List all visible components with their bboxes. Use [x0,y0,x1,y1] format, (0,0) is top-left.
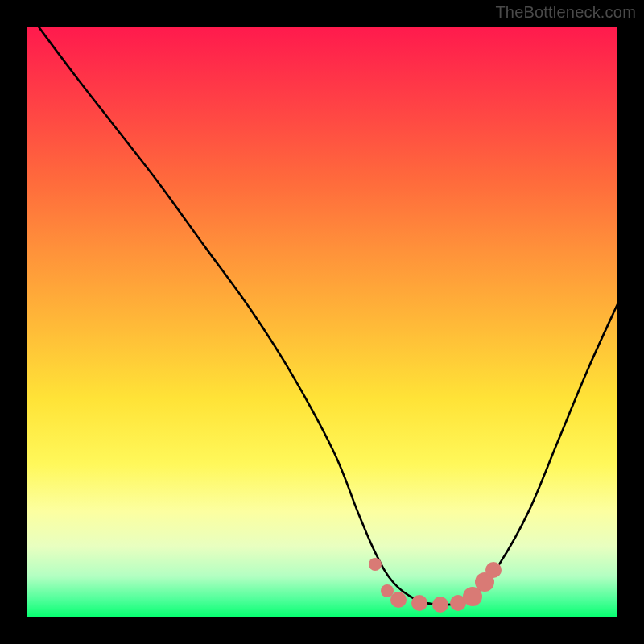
chart-frame: TheBottleneck.com [0,0,644,644]
valley-marker-dot [390,592,407,608]
valley-marker-dot [369,558,382,571]
valley-markers [27,27,617,617]
plot-area [27,27,617,617]
valley-marker-dot [411,595,427,611]
valley-marker-dot [485,562,502,578]
watermark-text: TheBottleneck.com [495,3,636,22]
valley-marker-dot [432,597,448,613]
